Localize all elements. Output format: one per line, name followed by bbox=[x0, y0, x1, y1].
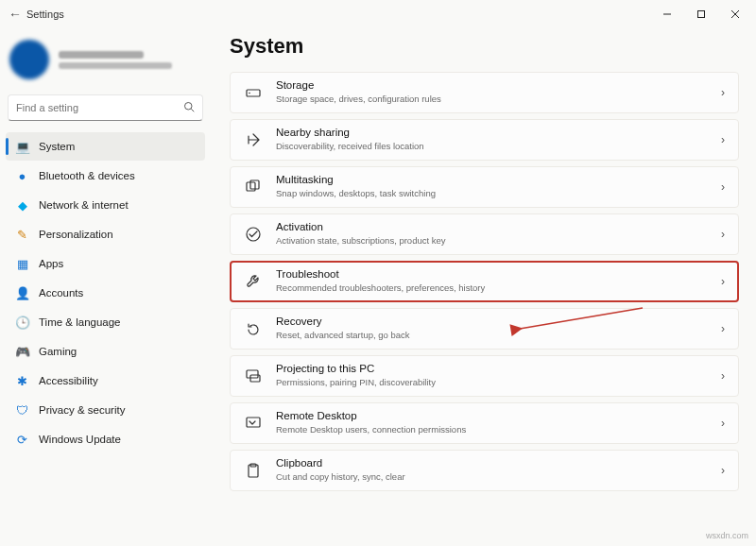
avatar bbox=[9, 40, 49, 79]
item-subtitle: Cut and copy history, sync, clear bbox=[276, 470, 721, 483]
item-subtitle: Activation state, subscriptions, product… bbox=[276, 234, 721, 247]
projecting-icon bbox=[244, 367, 263, 384]
settings-item-projecting[interactable]: Projecting to this PC Permissions, pairi… bbox=[230, 355, 739, 397]
sidebar-item-gaming[interactable]: 🎮Gaming bbox=[6, 337, 205, 366]
user-name-blurred bbox=[59, 51, 144, 59]
nav-list: 💻System●Bluetooth & devices◆Network & in… bbox=[6, 132, 205, 453]
sidebar-item-label: Network & internet bbox=[39, 199, 129, 211]
chevron-right-icon: › bbox=[721, 369, 725, 383]
sidebar-item-network[interactable]: ◆Network & internet bbox=[6, 191, 205, 219]
activation-icon bbox=[244, 226, 263, 243]
main-panel: System Storage Storage space, drives, co… bbox=[213, 28, 756, 546]
chevron-right-icon: › bbox=[721, 180, 725, 194]
search-input[interactable] bbox=[16, 102, 183, 113]
app-title: Settings bbox=[26, 9, 64, 20]
item-subtitle: Reset, advanced startup, go back bbox=[276, 329, 721, 341]
item-subtitle: Remote Desktop users, connection permiss… bbox=[276, 423, 721, 435]
settings-item-troubleshoot[interactable]: Troubleshoot Recommended troubleshooters… bbox=[230, 261, 739, 302]
sidebar-item-personalization[interactable]: ✎Personalization bbox=[6, 220, 205, 248]
item-title: Clipboard bbox=[276, 457, 721, 470]
page-heading: System bbox=[230, 34, 739, 59]
sidebar-item-label: Privacy & security bbox=[39, 404, 125, 416]
chevron-right-icon: › bbox=[721, 228, 725, 241]
item-subtitle: Permissions, pairing PIN, discoverabilit… bbox=[276, 376, 721, 388]
user-profile[interactable] bbox=[6, 36, 205, 91]
update-icon: ⟳ bbox=[15, 433, 29, 447]
search-icon bbox=[183, 99, 195, 116]
settings-item-remote[interactable]: Remote Desktop Remote Desktop users, con… bbox=[230, 402, 739, 444]
sidebar-item-label: Gaming bbox=[39, 346, 77, 357]
chevron-right-icon: › bbox=[721, 417, 725, 430]
multitask-icon bbox=[244, 179, 263, 196]
sidebar-item-label: Accessibility bbox=[39, 375, 98, 386]
item-subtitle: Recommended troubleshooters, preferences… bbox=[276, 282, 721, 294]
item-subtitle: Snap windows, desktops, task switching bbox=[276, 187, 721, 199]
item-title: Multitasking bbox=[276, 174, 721, 187]
svg-point-4 bbox=[185, 103, 193, 111]
troubleshoot-icon bbox=[244, 273, 263, 290]
sidebar-item-label: Apps bbox=[39, 258, 63, 269]
network-icon: ◆ bbox=[15, 198, 29, 213]
user-email-blurred bbox=[59, 62, 172, 69]
time-icon: 🕒 bbox=[15, 316, 29, 330]
sidebar-item-accounts[interactable]: 👤Accounts bbox=[6, 279, 205, 307]
minimize-button[interactable] bbox=[650, 3, 684, 26]
accessibility-icon: ✱ bbox=[15, 374, 29, 388]
sidebar-item-update[interactable]: ⟳Windows Update bbox=[6, 425, 205, 453]
settings-item-activation[interactable]: Activation Activation state, subscriptio… bbox=[230, 213, 739, 255]
svg-point-10 bbox=[247, 228, 260, 241]
svg-rect-6 bbox=[247, 90, 260, 96]
remote-icon bbox=[244, 415, 263, 432]
item-title: Projecting to this PC bbox=[276, 363, 721, 376]
settings-item-multitask[interactable]: Multitasking Snap windows, desktops, tas… bbox=[230, 166, 739, 208]
back-button[interactable]: ← bbox=[4, 7, 26, 22]
system-icon: 💻 bbox=[15, 140, 29, 154]
search-box[interactable] bbox=[8, 94, 203, 121]
watermark: wsxdn.com bbox=[706, 531, 748, 540]
item-title: Storage bbox=[276, 79, 721, 93]
item-title: Nearby sharing bbox=[276, 127, 721, 140]
sidebar-item-system[interactable]: 💻System bbox=[6, 132, 205, 161]
settings-item-storage[interactable]: Storage Storage space, drives, configura… bbox=[230, 72, 739, 113]
settings-item-clipboard[interactable]: Clipboard Cut and copy history, sync, cl… bbox=[230, 450, 739, 491]
settings-item-nearby[interactable]: Nearby sharing Discoverability, received… bbox=[230, 119, 739, 161]
chevron-right-icon: › bbox=[721, 322, 725, 335]
chevron-right-icon: › bbox=[721, 275, 725, 288]
sidebar-item-label: Time & language bbox=[39, 316, 121, 328]
item-subtitle: Discoverability, received files location bbox=[276, 140, 721, 152]
svg-point-7 bbox=[249, 93, 250, 94]
nearby-icon bbox=[244, 131, 263, 148]
sidebar-item-label: Bluetooth & devices bbox=[39, 170, 135, 181]
sidebar-item-label: Windows Update bbox=[39, 434, 121, 445]
sidebar: 💻System●Bluetooth & devices◆Network & in… bbox=[0, 28, 213, 546]
apps-icon: ▦ bbox=[15, 257, 29, 271]
sidebar-item-label: Accounts bbox=[39, 287, 83, 299]
gaming-icon: 🎮 bbox=[15, 345, 29, 359]
item-title: Recovery bbox=[276, 316, 721, 329]
svg-rect-1 bbox=[698, 11, 705, 18]
sidebar-item-privacy[interactable]: 🛡Privacy & security bbox=[6, 396, 205, 424]
storage-icon bbox=[244, 84, 263, 101]
sidebar-item-time[interactable]: 🕒Time & language bbox=[6, 308, 205, 336]
sidebar-item-apps[interactable]: ▦Apps bbox=[6, 249, 205, 278]
item-subtitle: Storage space, drives, configuration rul… bbox=[276, 93, 721, 105]
chevron-right-icon: › bbox=[721, 133, 725, 146]
sidebar-item-label: Personalization bbox=[39, 229, 113, 240]
sidebar-item-bluetooth[interactable]: ●Bluetooth & devices bbox=[6, 162, 205, 190]
svg-line-5 bbox=[191, 109, 194, 111]
item-title: Troubleshoot bbox=[276, 268, 721, 282]
close-button[interactable] bbox=[718, 3, 752, 26]
clipboard-icon bbox=[244, 462, 263, 479]
item-title: Activation bbox=[276, 221, 721, 234]
personalization-icon: ✎ bbox=[15, 228, 29, 242]
privacy-icon: 🛡 bbox=[15, 403, 29, 418]
chevron-right-icon: › bbox=[721, 464, 725, 477]
maximize-button[interactable] bbox=[684, 3, 718, 26]
recovery-icon bbox=[244, 320, 263, 337]
chevron-right-icon: › bbox=[721, 86, 725, 99]
svg-rect-13 bbox=[247, 418, 260, 427]
item-title: Remote Desktop bbox=[276, 410, 721, 423]
sidebar-item-accessibility[interactable]: ✱Accessibility bbox=[6, 367, 205, 395]
bluetooth-icon: ● bbox=[15, 169, 29, 183]
settings-item-recovery[interactable]: Recovery Reset, advanced startup, go bac… bbox=[230, 308, 739, 350]
